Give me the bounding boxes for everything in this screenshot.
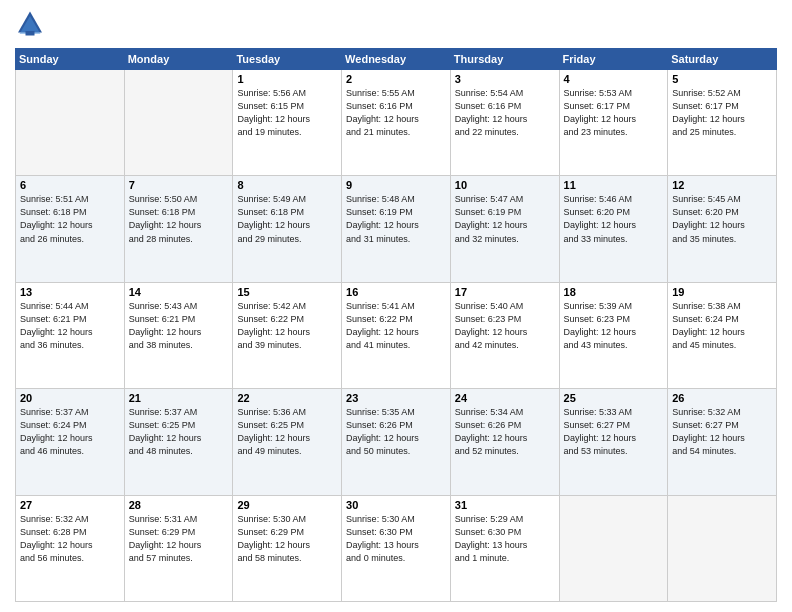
calendar-cell: [16, 70, 125, 176]
calendar: SundayMondayTuesdayWednesdayThursdayFrid…: [15, 48, 777, 602]
day-info: Sunrise: 5:47 AM Sunset: 6:19 PM Dayligh…: [455, 193, 555, 245]
day-number: 20: [20, 392, 120, 404]
day-number: 19: [672, 286, 772, 298]
calendar-cell: 8Sunrise: 5:49 AM Sunset: 6:18 PM Daylig…: [233, 176, 342, 282]
day-number: 9: [346, 179, 446, 191]
day-number: 25: [564, 392, 664, 404]
calendar-cell: 14Sunrise: 5:43 AM Sunset: 6:21 PM Dayli…: [124, 282, 233, 388]
day-info: Sunrise: 5:33 AM Sunset: 6:27 PM Dayligh…: [564, 406, 664, 458]
calendar-cell: 28Sunrise: 5:31 AM Sunset: 6:29 PM Dayli…: [124, 495, 233, 601]
day-number: 2: [346, 73, 446, 85]
calendar-cell: 9Sunrise: 5:48 AM Sunset: 6:19 PM Daylig…: [342, 176, 451, 282]
day-info: Sunrise: 5:52 AM Sunset: 6:17 PM Dayligh…: [672, 87, 772, 139]
day-number: 26: [672, 392, 772, 404]
calendar-cell: 3Sunrise: 5:54 AM Sunset: 6:16 PM Daylig…: [450, 70, 559, 176]
calendar-cell: 1Sunrise: 5:56 AM Sunset: 6:15 PM Daylig…: [233, 70, 342, 176]
day-number: 1: [237, 73, 337, 85]
day-number: 15: [237, 286, 337, 298]
calendar-cell: 19Sunrise: 5:38 AM Sunset: 6:24 PM Dayli…: [668, 282, 777, 388]
logo: [15, 10, 49, 40]
day-info: Sunrise: 5:36 AM Sunset: 6:25 PM Dayligh…: [237, 406, 337, 458]
day-number: 27: [20, 499, 120, 511]
day-number: 10: [455, 179, 555, 191]
calendar-cell: 5Sunrise: 5:52 AM Sunset: 6:17 PM Daylig…: [668, 70, 777, 176]
day-number: 21: [129, 392, 229, 404]
header: [15, 10, 777, 40]
day-info: Sunrise: 5:55 AM Sunset: 6:16 PM Dayligh…: [346, 87, 446, 139]
calendar-cell: 7Sunrise: 5:50 AM Sunset: 6:18 PM Daylig…: [124, 176, 233, 282]
calendar-week-row: 27Sunrise: 5:32 AM Sunset: 6:28 PM Dayli…: [16, 495, 777, 601]
weekday-header: Sunday: [16, 49, 125, 70]
day-info: Sunrise: 5:29 AM Sunset: 6:30 PM Dayligh…: [455, 513, 555, 565]
day-number: 18: [564, 286, 664, 298]
day-number: 30: [346, 499, 446, 511]
calendar-cell: 11Sunrise: 5:46 AM Sunset: 6:20 PM Dayli…: [559, 176, 668, 282]
day-info: Sunrise: 5:30 AM Sunset: 6:29 PM Dayligh…: [237, 513, 337, 565]
day-info: Sunrise: 5:43 AM Sunset: 6:21 PM Dayligh…: [129, 300, 229, 352]
logo-icon: [15, 10, 45, 40]
calendar-cell: 22Sunrise: 5:36 AM Sunset: 6:25 PM Dayli…: [233, 389, 342, 495]
calendar-cell: 15Sunrise: 5:42 AM Sunset: 6:22 PM Dayli…: [233, 282, 342, 388]
day-number: 28: [129, 499, 229, 511]
calendar-cell: 31Sunrise: 5:29 AM Sunset: 6:30 PM Dayli…: [450, 495, 559, 601]
svg-rect-2: [26, 31, 35, 36]
day-number: 29: [237, 499, 337, 511]
calendar-cell: 24Sunrise: 5:34 AM Sunset: 6:26 PM Dayli…: [450, 389, 559, 495]
day-number: 24: [455, 392, 555, 404]
day-info: Sunrise: 5:42 AM Sunset: 6:22 PM Dayligh…: [237, 300, 337, 352]
calendar-cell: 10Sunrise: 5:47 AM Sunset: 6:19 PM Dayli…: [450, 176, 559, 282]
day-number: 17: [455, 286, 555, 298]
day-info: Sunrise: 5:51 AM Sunset: 6:18 PM Dayligh…: [20, 193, 120, 245]
day-number: 11: [564, 179, 664, 191]
day-info: Sunrise: 5:56 AM Sunset: 6:15 PM Dayligh…: [237, 87, 337, 139]
day-info: Sunrise: 5:32 AM Sunset: 6:28 PM Dayligh…: [20, 513, 120, 565]
calendar-cell: [559, 495, 668, 601]
day-info: Sunrise: 5:50 AM Sunset: 6:18 PM Dayligh…: [129, 193, 229, 245]
calendar-cell: 25Sunrise: 5:33 AM Sunset: 6:27 PM Dayli…: [559, 389, 668, 495]
weekday-row: SundayMondayTuesdayWednesdayThursdayFrid…: [16, 49, 777, 70]
day-number: 16: [346, 286, 446, 298]
calendar-week-row: 6Sunrise: 5:51 AM Sunset: 6:18 PM Daylig…: [16, 176, 777, 282]
day-info: Sunrise: 5:35 AM Sunset: 6:26 PM Dayligh…: [346, 406, 446, 458]
day-number: 13: [20, 286, 120, 298]
day-info: Sunrise: 5:37 AM Sunset: 6:25 PM Dayligh…: [129, 406, 229, 458]
weekday-header: Thursday: [450, 49, 559, 70]
day-info: Sunrise: 5:44 AM Sunset: 6:21 PM Dayligh…: [20, 300, 120, 352]
day-info: Sunrise: 5:41 AM Sunset: 6:22 PM Dayligh…: [346, 300, 446, 352]
calendar-cell: 6Sunrise: 5:51 AM Sunset: 6:18 PM Daylig…: [16, 176, 125, 282]
day-number: 31: [455, 499, 555, 511]
day-number: 23: [346, 392, 446, 404]
day-info: Sunrise: 5:46 AM Sunset: 6:20 PM Dayligh…: [564, 193, 664, 245]
page: SundayMondayTuesdayWednesdayThursdayFrid…: [0, 0, 792, 612]
weekday-header: Tuesday: [233, 49, 342, 70]
weekday-header: Wednesday: [342, 49, 451, 70]
day-number: 7: [129, 179, 229, 191]
day-info: Sunrise: 5:39 AM Sunset: 6:23 PM Dayligh…: [564, 300, 664, 352]
day-info: Sunrise: 5:40 AM Sunset: 6:23 PM Dayligh…: [455, 300, 555, 352]
calendar-cell: 26Sunrise: 5:32 AM Sunset: 6:27 PM Dayli…: [668, 389, 777, 495]
day-info: Sunrise: 5:34 AM Sunset: 6:26 PM Dayligh…: [455, 406, 555, 458]
day-number: 14: [129, 286, 229, 298]
day-info: Sunrise: 5:48 AM Sunset: 6:19 PM Dayligh…: [346, 193, 446, 245]
calendar-cell: 30Sunrise: 5:30 AM Sunset: 6:30 PM Dayli…: [342, 495, 451, 601]
calendar-cell: 21Sunrise: 5:37 AM Sunset: 6:25 PM Dayli…: [124, 389, 233, 495]
calendar-cell: 29Sunrise: 5:30 AM Sunset: 6:29 PM Dayli…: [233, 495, 342, 601]
calendar-cell: 17Sunrise: 5:40 AM Sunset: 6:23 PM Dayli…: [450, 282, 559, 388]
weekday-header: Friday: [559, 49, 668, 70]
day-info: Sunrise: 5:38 AM Sunset: 6:24 PM Dayligh…: [672, 300, 772, 352]
day-info: Sunrise: 5:49 AM Sunset: 6:18 PM Dayligh…: [237, 193, 337, 245]
day-number: 3: [455, 73, 555, 85]
day-number: 5: [672, 73, 772, 85]
calendar-week-row: 13Sunrise: 5:44 AM Sunset: 6:21 PM Dayli…: [16, 282, 777, 388]
calendar-body: 1Sunrise: 5:56 AM Sunset: 6:15 PM Daylig…: [16, 70, 777, 602]
calendar-cell: 13Sunrise: 5:44 AM Sunset: 6:21 PM Dayli…: [16, 282, 125, 388]
day-number: 8: [237, 179, 337, 191]
calendar-week-row: 1Sunrise: 5:56 AM Sunset: 6:15 PM Daylig…: [16, 70, 777, 176]
day-info: Sunrise: 5:45 AM Sunset: 6:20 PM Dayligh…: [672, 193, 772, 245]
day-info: Sunrise: 5:31 AM Sunset: 6:29 PM Dayligh…: [129, 513, 229, 565]
calendar-cell: 12Sunrise: 5:45 AM Sunset: 6:20 PM Dayli…: [668, 176, 777, 282]
day-info: Sunrise: 5:54 AM Sunset: 6:16 PM Dayligh…: [455, 87, 555, 139]
calendar-cell: 27Sunrise: 5:32 AM Sunset: 6:28 PM Dayli…: [16, 495, 125, 601]
calendar-cell: 18Sunrise: 5:39 AM Sunset: 6:23 PM Dayli…: [559, 282, 668, 388]
calendar-cell: [668, 495, 777, 601]
